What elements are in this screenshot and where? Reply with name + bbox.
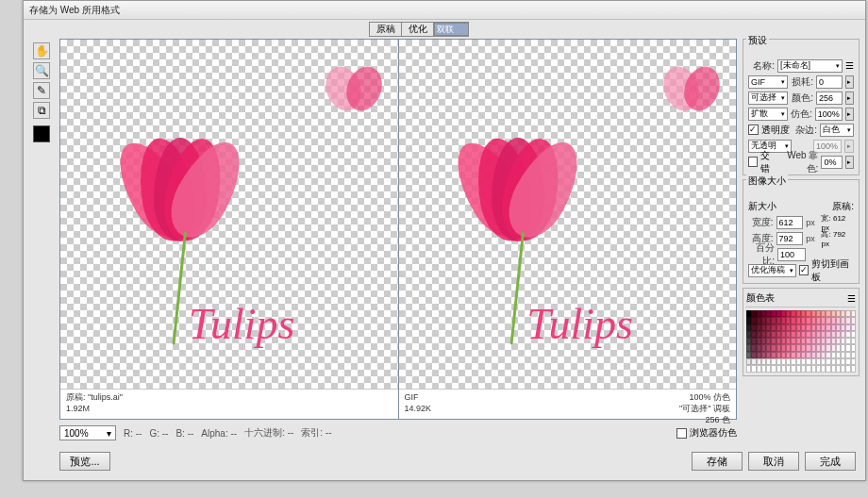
save-button[interactable]: 存储 (692, 452, 743, 471)
quality-select[interactable]: 优化海稿▾ (748, 264, 796, 277)
opt-format: GIF (405, 391, 419, 403)
zoom-select[interactable]: 100%▾ (59, 425, 116, 440)
preset-heading: 预设 (746, 34, 769, 47)
artwork: Tulips (60, 40, 398, 389)
colors-input[interactable]: 256 (816, 91, 843, 105)
readout-r: R: -- (124, 428, 142, 439)
dither-spinner[interactable]: ▸ (845, 108, 854, 121)
color-swatch[interactable] (851, 365, 856, 372)
window-title: 存储为 Web 所用格式 (29, 4, 120, 17)
zoom-tool-icon[interactable]: 🔍 (33, 62, 50, 79)
width-input[interactable]: 612 (776, 216, 804, 229)
art-text: Tulips (526, 299, 633, 349)
right-panel: 预设 名称: [未命名]▾ ☰ GIF▾ 损耗: 0 ▸ 可选择▾ 颜色: 25… (743, 39, 860, 376)
name-label: 名称: (748, 59, 775, 73)
matte-select[interactable]: 白色▾ (820, 124, 854, 137)
swatch-grid (746, 310, 856, 373)
footer-buttons: 存储 取消 完成 (692, 452, 856, 471)
width-label: 宽度: (748, 216, 774, 229)
transparency-checkbox[interactable] (748, 124, 759, 135)
lossy-spinner[interactable]: ▸ (845, 75, 854, 89)
opt-palette: "可选择" 调板 (679, 403, 730, 414)
colors-spinner[interactable]: ▸ (845, 91, 854, 105)
websnap-label: Web 靠色: (780, 149, 818, 175)
opt-dither: 100% 仿色 (689, 391, 730, 403)
pane-original[interactable]: Tulips 原稿: "tulips.ai" 1.92M (60, 40, 399, 419)
artwork: Tulips (399, 40, 737, 389)
new-size-label: 新大小 (748, 200, 776, 213)
preview-button[interactable]: 预览... (59, 452, 110, 471)
color-swatch[interactable] (851, 358, 856, 365)
orig-name: 原稿: "tulips.ai" (66, 391, 123, 403)
view-tabs: 原稿 优化 双联 (369, 22, 469, 37)
color-swatch[interactable] (851, 352, 856, 358)
image-size-section: 图像大小 新大小 原稿: 宽度: 612 px 宽: 612 px 高度: 79… (743, 179, 860, 284)
color-table-menu-icon[interactable]: ☰ (847, 293, 856, 304)
pane-optimized[interactable]: Tulips GIF100% 仿色 14.92K"可选择" 调板 256 色 (399, 40, 737, 419)
height-input[interactable]: 792 (776, 232, 804, 245)
preset-section: 预设 名称: [未命名]▾ ☰ GIF▾ 损耗: 0 ▸ 可选择▾ 颜色: 25… (743, 39, 860, 175)
readout-hex: 十六进制: -- (244, 426, 293, 440)
clip-checkbox[interactable] (799, 265, 809, 275)
tab-original[interactable]: 原稿 (370, 23, 402, 36)
canvas-area: Tulips 原稿: "tulips.ai" 1.92M Tulips (59, 39, 737, 420)
preset-name-select[interactable]: [未命名]▾ (777, 59, 843, 73)
pane-opt-footer: GIF100% 仿色 14.92K"可选择" 调板 256 色 (399, 389, 737, 419)
tab-optimized[interactable]: 优化 (402, 23, 434, 36)
clip-label: 剪切到画板 (811, 257, 854, 284)
color-swatch[interactable] (851, 338, 856, 344)
matte-label: 杂边: (793, 124, 817, 137)
bottom-bar: 100%▾ R: -- G: -- B: -- Alpha: -- 十六进制: … (59, 423, 737, 442)
tab-2up[interactable]: 双联 (434, 23, 468, 36)
color-table-heading: 颜色表 (746, 291, 775, 305)
orig-size-label: 原稿: (832, 200, 854, 213)
trans-dither-input: 100% (813, 140, 842, 153)
pane-original-footer: 原稿: "tulips.ai" 1.92M (60, 389, 398, 419)
hand-tool-icon[interactable]: ✋ (33, 42, 50, 59)
titlebar[interactable]: 存储为 Web 所用格式 (24, 1, 865, 20)
format-select[interactable]: GIF▾ (748, 75, 788, 89)
readout-index: 索引: -- (301, 426, 331, 440)
orig-height: 高: 792 px (821, 229, 854, 248)
foreground-swatch[interactable] (33, 125, 50, 142)
height-unit: px (806, 234, 818, 243)
slice-tool-icon[interactable]: ⧉ (33, 102, 50, 119)
color-table-section: 颜色表 ☰ (743, 288, 860, 376)
width-unit: px (806, 218, 818, 227)
dither-input[interactable]: 100% (815, 108, 843, 121)
orig-size: 1.92M (66, 403, 90, 414)
interlace-label: 交错 (760, 149, 777, 175)
color-swatch[interactable] (851, 344, 856, 351)
color-swatch[interactable] (851, 317, 856, 324)
transparency-label: 透明度 (761, 124, 790, 137)
interlace-checkbox[interactable] (748, 157, 758, 167)
readout-g: G: -- (149, 428, 168, 439)
percent-input[interactable]: 100 (777, 248, 806, 261)
cancel-button[interactable]: 取消 (748, 452, 799, 471)
websnap-input[interactable]: 0% (821, 156, 842, 169)
dither-label: 仿色: (791, 108, 812, 121)
art-text: Tulips (189, 299, 295, 349)
trans-dither-spinner: ▸ (844, 140, 854, 153)
opt-size: 14.92K (405, 403, 432, 414)
color-swatch[interactable] (851, 310, 856, 317)
dither-select[interactable]: 扩散▾ (748, 108, 788, 121)
browser-dither-checkbox[interactable]: 浏览器仿色 (676, 426, 737, 440)
color-swatch[interactable] (851, 324, 856, 331)
colors-label: 颜色: (791, 91, 813, 105)
done-button[interactable]: 完成 (805, 452, 856, 471)
lossy-input[interactable]: 0 (816, 75, 843, 89)
palette-select[interactable]: 可选择▾ (748, 91, 788, 105)
readout-alpha: Alpha: -- (201, 428, 237, 439)
imgsize-heading: 图像大小 (746, 174, 788, 188)
eyedropper-icon[interactable]: ✎ (33, 82, 50, 99)
tool-palette: ✋ 🔍 ✎ ⧉ (33, 42, 52, 142)
preset-menu-icon[interactable]: ☰ (845, 60, 854, 71)
websnap-spinner[interactable]: ▸ (845, 156, 854, 169)
lossy-label: 损耗: (791, 75, 813, 89)
color-swatch[interactable] (851, 331, 856, 338)
readout-b: B: -- (175, 428, 193, 439)
dialog-window: 存储为 Web 所用格式 原稿 优化 双联 ✋ 🔍 ✎ ⧉ Tulips (23, 0, 866, 481)
